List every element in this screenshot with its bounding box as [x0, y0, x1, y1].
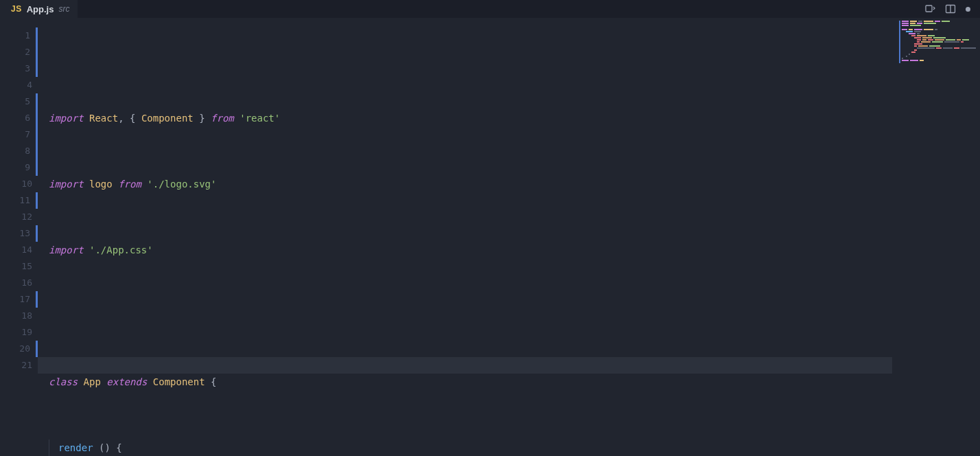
editor-tab[interactable]: JS App.js src: [0, 0, 78, 18]
code-line[interactable]: import './App.css': [49, 242, 980, 258]
js-file-icon: JS: [11, 4, 22, 14]
line-number: 9: [0, 159, 38, 176]
line-number: 20: [0, 341, 38, 357]
svg-rect-0: [926, 5, 932, 12]
line-number: 2: [0, 44, 38, 60]
tab-filename: App.js: [27, 4, 54, 14]
line-number: 5: [0, 93, 38, 110]
line-number: 12: [0, 209, 38, 225]
line-number-gutter: 123456789101112131415161718192021: [0, 18, 38, 456]
code-line[interactable]: import React, { Component } from 'react': [49, 110, 980, 126]
line-number: 7: [0, 126, 38, 143]
line-number: 6: [0, 110, 38, 126]
code-line[interactable]: import logo from './logo.svg': [49, 176, 980, 192]
line-number: 18: [0, 308, 38, 324]
line-number: 21: [0, 357, 38, 374]
tab-bar: JS App.js src: [0, 0, 980, 18]
tab-actions: [924, 3, 980, 14]
tab-directory: src: [58, 4, 69, 14]
open-changes-icon[interactable]: [924, 3, 935, 14]
modified-indicator-icon[interactable]: [966, 7, 970, 12]
line-number: 13: [0, 225, 38, 242]
current-line-highlight: [38, 357, 892, 374]
code-line[interactable]: [49, 308, 980, 324]
line-number: 3: [0, 60, 38, 77]
line-number: 11: [0, 192, 38, 209]
code-line[interactable]: class App extends Component {: [49, 374, 980, 390]
line-number: 8: [0, 143, 38, 159]
line-number: 10: [0, 176, 38, 192]
split-editor-icon[interactable]: [945, 3, 956, 14]
line-number: 15: [0, 258, 38, 275]
line-number: 1: [0, 27, 38, 44]
code-area[interactable]: import React, { Component } from 'react'…: [38, 18, 980, 456]
line-number: 17: [0, 291, 38, 308]
code-line[interactable]: render () {: [49, 440, 980, 456]
line-number: 19: [0, 324, 38, 341]
line-number: 4: [0, 77, 38, 93]
code-editor[interactable]: 123456789101112131415161718192021 import…: [0, 18, 980, 456]
line-number: 16: [0, 275, 38, 291]
line-number: 14: [0, 242, 38, 258]
